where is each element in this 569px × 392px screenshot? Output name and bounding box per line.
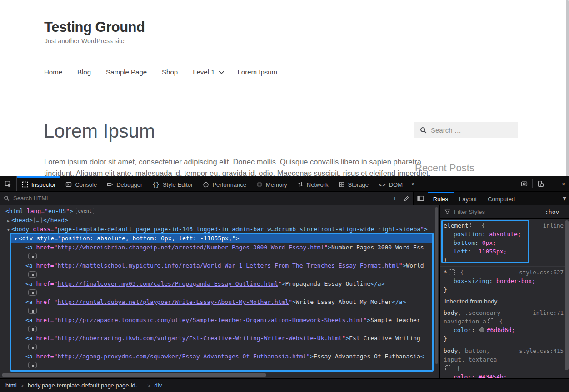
href-value[interactable]: http://agang.proxydns.com/squawker/Essay… bbox=[57, 353, 306, 360]
css-declaration[interactable]: left: -11055px; bbox=[444, 247, 560, 256]
nav-item-home[interactable]: Home bbox=[44, 68, 62, 76]
nav-item-lorem-ipsum[interactable]: Lorem Ipsum bbox=[238, 68, 278, 76]
property-name[interactable]: color bbox=[454, 327, 471, 333]
close-devtools-icon[interactable]: ✕ bbox=[558, 176, 569, 191]
attribute-name[interactable]: href bbox=[33, 317, 50, 323]
href-value[interactable]: http://pizzapadre.longmusic.com/utley/Sa… bbox=[57, 317, 363, 323]
markup-node-a[interactable]: <a href="http://huberracing.ikwb.com/vul… bbox=[0, 334, 439, 343]
markup-node-a[interactable]: <a href="http://runtal.dubya.net/playgoe… bbox=[0, 298, 439, 307]
expand-arrow-icon[interactable]: ▼ bbox=[13, 235, 19, 244]
markup-node-whitespace[interactable] bbox=[0, 288, 439, 298]
screenshot-icon[interactable] bbox=[517, 176, 531, 191]
property-value[interactable]: -11055px bbox=[475, 248, 504, 255]
href-value[interactable]: http://finalcover.my03.com/cales/Propaga… bbox=[57, 280, 278, 287]
css-declaration[interactable]: color: #43454b; bbox=[444, 372, 560, 378]
markup-node-body[interactable]: ▼<body class="page-template-default page… bbox=[0, 225, 439, 234]
link-text[interactable]: Sample Teacher bbox=[370, 317, 420, 323]
markup-node-whitespace[interactable] bbox=[0, 325, 439, 334]
devtools-tab-style-editor[interactable]: {}Style Editor bbox=[147, 176, 198, 191]
rule-source-link[interactable]: style.css:627 bbox=[519, 268, 564, 277]
attribute-name[interactable]: href bbox=[33, 335, 50, 342]
attribute-value[interactable]: en-US bbox=[48, 208, 66, 214]
selector-highlighter-icon[interactable] bbox=[488, 318, 494, 324]
devtools-tab-memory[interactable]: Memory bbox=[251, 176, 292, 191]
css-declaration[interactable]: box-sizing: border-box; bbox=[444, 277, 560, 285]
attribute-name[interactable]: href bbox=[33, 280, 50, 287]
devtools-tab-performance[interactable]: Performance bbox=[198, 176, 251, 191]
markup-node-a[interactable]: <a href="http://agang.proxydns.com/squaw… bbox=[0, 352, 439, 361]
href-value[interactable]: http://runtal.dubya.net/playgoer/Write-E… bbox=[57, 298, 289, 305]
rule-source-link[interactable]: inline bbox=[543, 221, 564, 230]
element-picker-icon[interactable] bbox=[0, 176, 17, 191]
property-name[interactable]: position bbox=[454, 231, 482, 238]
whitespace-node-badge[interactable] bbox=[28, 289, 37, 296]
whitespace-node-badge[interactable] bbox=[28, 271, 37, 278]
breadcrumb-item-1[interactable]: body.page-template-default.page.page-id-… bbox=[28, 382, 143, 389]
property-name[interactable]: color bbox=[454, 373, 471, 378]
filter-styles-input[interactable]: Filter Styles :hov .cls bbox=[440, 205, 569, 219]
property-value[interactable]: #6d6d6d bbox=[487, 327, 512, 333]
sidebar-tab-layout[interactable]: Layout bbox=[454, 192, 482, 205]
search-html-input[interactable]: Search HTML bbox=[0, 192, 389, 205]
property-value[interactable]: border-box bbox=[496, 278, 532, 284]
attribute-name[interactable]: href bbox=[33, 298, 50, 305]
markup-node-html[interactable]: <html lang="en-US">event bbox=[0, 207, 439, 216]
href-value[interactable]: http://mattelschool.mypicture.info/reata… bbox=[57, 262, 399, 269]
link-text[interactable]: Propaganda Essay Outline bbox=[285, 280, 370, 287]
selector-highlighter-icon[interactable] bbox=[445, 365, 451, 371]
browser-scrollbar[interactable] bbox=[566, 0, 569, 176]
attribute-value[interactable]: position: absolute; bottom: 0px; left: -… bbox=[61, 235, 232, 242]
attribute-value[interactable]: page-template-default page page-id-146 l… bbox=[58, 226, 420, 233]
href-value[interactable]: http://whereisbrian.changeip.net/arreste… bbox=[57, 244, 324, 251]
sidebar-tab-rules[interactable]: Rules bbox=[428, 192, 454, 205]
property-name[interactable]: left bbox=[454, 248, 468, 255]
whitespace-node-badge[interactable] bbox=[28, 308, 37, 314]
pseudo-class-button[interactable]: :hov bbox=[545, 208, 559, 215]
responsive-design-icon[interactable] bbox=[534, 176, 548, 191]
markup-node-whitespace[interactable] bbox=[0, 252, 439, 261]
link-text[interactable]: Number Pages 3000 Word Ess bbox=[331, 244, 424, 251]
link-text[interactable]: Write Essay About My Mother bbox=[296, 298, 392, 305]
whitespace-node-badge[interactable] bbox=[28, 344, 37, 350]
property-value[interactable]: 0px bbox=[482, 239, 493, 246]
menu-dots-icon[interactable]: ⋯ bbox=[548, 176, 558, 191]
link-text[interactable]: World bbox=[406, 262, 424, 269]
rules-scrollbar-thumb[interactable] bbox=[565, 220, 569, 370]
eyedropper-icon[interactable] bbox=[400, 192, 413, 205]
devtools-tab-dom[interactable]: <>DOM bbox=[374, 176, 408, 191]
breadcrumb-item-0[interactable]: html bbox=[5, 382, 17, 389]
nav-item-level-1[interactable]: Level 1 bbox=[193, 68, 222, 76]
devtools-tab-debugger[interactable]: Debugger bbox=[102, 176, 147, 191]
three-pane-toggle-icon[interactable] bbox=[414, 192, 428, 205]
href-value[interactable]: http://huberracing.ikwb.com/vulgarly/Esl… bbox=[57, 335, 342, 342]
attribute-name[interactable]: href bbox=[33, 262, 50, 269]
selector-highlighter-icon[interactable] bbox=[470, 223, 476, 228]
attribute-name[interactable]: style bbox=[33, 235, 54, 242]
sidebar-tabs-dropdown-icon[interactable]: ▾ bbox=[560, 192, 569, 205]
css-declaration[interactable]: color: #6d6d6d; bbox=[444, 326, 560, 334]
selector-highlighter-icon[interactable] bbox=[449, 269, 455, 275]
v-scrollbar-thumb[interactable] bbox=[435, 207, 438, 364]
markup-node-whitespace[interactable] bbox=[0, 270, 439, 279]
class-button[interactable]: .cls bbox=[564, 208, 564, 215]
nav-item-sample-page[interactable]: Sample Page bbox=[106, 68, 147, 76]
attribute-name[interactable]: class bbox=[29, 226, 50, 233]
event-badge[interactable]: event bbox=[76, 208, 94, 214]
markup-node-a[interactable]: <a href="http://mattelschool.mypicture.i… bbox=[0, 261, 439, 270]
whitespace-node-badge[interactable] bbox=[28, 253, 37, 259]
whitespace-node-badge[interactable] bbox=[28, 362, 37, 368]
nav-item-blog[interactable]: Blog bbox=[77, 68, 91, 76]
nav-item-shop[interactable]: Shop bbox=[162, 68, 178, 76]
devtools-tab-storage[interactable]: Storage bbox=[334, 176, 374, 191]
markup-node-whitespace[interactable] bbox=[0, 343, 439, 352]
rule-source-link[interactable]: inline:71 bbox=[533, 308, 564, 317]
link-text[interactable]: Essay Advantages Of Euthanasia bbox=[314, 353, 420, 360]
markup-node-head[interactable]: ▶<head>…</head> bbox=[0, 216, 439, 225]
devtools-tab-inspector[interactable]: Inspector bbox=[17, 176, 60, 191]
expand-arrow-icon[interactable]: ▶ bbox=[5, 217, 11, 226]
markup-node-whitespace[interactable] bbox=[0, 361, 439, 370]
devtools-tab-network[interactable]: Network bbox=[292, 176, 334, 191]
markup-node-whitespace[interactable] bbox=[0, 307, 439, 316]
markup-node-a[interactable]: <a href="http://whereisbrian.changeip.ne… bbox=[0, 243, 439, 252]
link-text[interactable]: Esl Creative Writing bbox=[349, 335, 420, 342]
